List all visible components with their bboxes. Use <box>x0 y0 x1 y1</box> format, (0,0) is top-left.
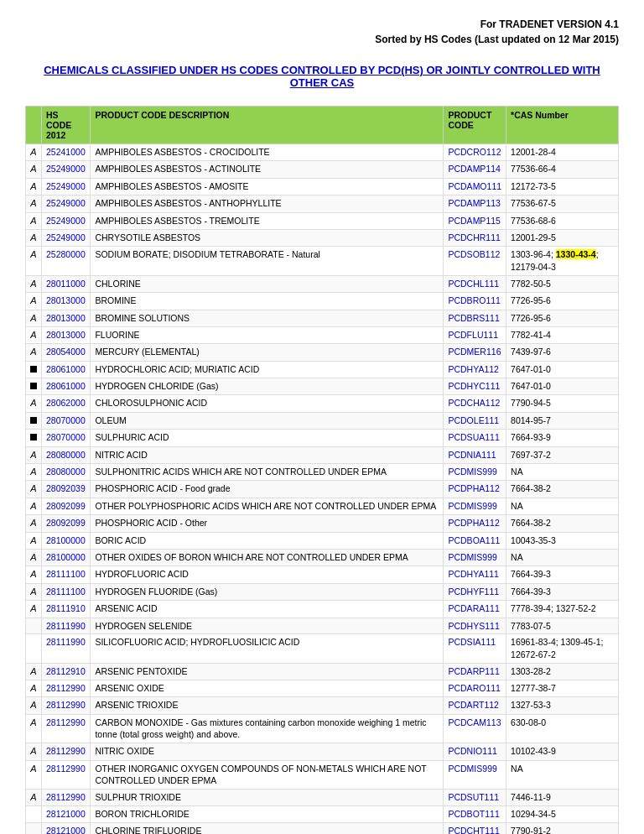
section-title: CHEMICALS CLASSIFIED UNDER HS CODES CONT… <box>25 64 619 89</box>
cell-cas: 7664-38-2 <box>506 481 619 498</box>
cell-hscode[interactable]: 28112990 <box>42 697 91 714</box>
cell-indicator: A <box>26 481 42 498</box>
cell-hscode[interactable]: 28080000 <box>42 464 91 481</box>
cell-indicator: A <box>26 247 42 275</box>
cell-desc: SULPHURIC ACID <box>91 430 444 446</box>
cell-indicator <box>26 361 42 378</box>
cell-desc: OTHER INORGANIC OXYGEN COMPOUNDS OF NON-… <box>91 760 444 789</box>
cell-product: PCDBOT111 <box>444 806 506 823</box>
cell-hscode[interactable]: 28013000 <box>42 326 91 343</box>
cell-hscode[interactable]: 28112990 <box>42 760 91 789</box>
cell-product: PCDOLE111 <box>444 412 506 429</box>
table-row: A28092099OTHER POLYPHOSPHORIC ACIDS WHIC… <box>26 498 619 514</box>
cell-hscode[interactable]: 28112990 <box>42 743 91 760</box>
cell-hscode[interactable]: 28062000 <box>42 395 91 412</box>
cell-hscode[interactable]: 28092099 <box>42 515 91 532</box>
table-row: A25249000AMPHIBOLES ASBESTOS - ANTHOPHYL… <box>26 195 619 212</box>
cell-hscode[interactable]: 28111910 <box>42 601 91 618</box>
cell-hscode[interactable]: 25249000 <box>42 195 91 212</box>
cell-hscode[interactable]: 28112990 <box>42 680 91 696</box>
cell-desc: MERCURY (ELEMENTAL) <box>91 344 444 361</box>
cell-hscode[interactable]: 28061000 <box>42 361 91 378</box>
cell-hscode[interactable]: 28111100 <box>42 583 91 600</box>
table-row: A28054000MERCURY (ELEMENTAL)PCDMER116743… <box>26 344 619 361</box>
header-line2: Sorted by HS Codes (Last updated on 12 M… <box>25 32 619 47</box>
cell-product: PCDHYA111 <box>444 566 506 583</box>
cell-product: PCDSUT111 <box>444 789 506 805</box>
cell-cas: 77536-67-5 <box>506 195 619 212</box>
cell-hscode[interactable]: 28070000 <box>42 430 91 446</box>
cell-hscode[interactable]: 28111990 <box>42 618 91 634</box>
cell-indicator: A <box>26 195 42 212</box>
cell-desc: CHLORINE <box>91 275 444 292</box>
cell-hscode[interactable]: 28100000 <box>42 549 91 566</box>
cell-cas: 10043-35-3 <box>506 532 619 549</box>
cell-indicator: A <box>26 566 42 583</box>
cell-desc: CHLORINE TRIFLUORIDE <box>91 822 444 834</box>
col-header-desc: PRODUCT CODE DESCRIPTION <box>91 107 444 144</box>
table-row: A28062000CHLOROSULPHONIC ACIDPCDCHA11277… <box>26 395 619 412</box>
cell-hscode[interactable]: 28061000 <box>42 378 91 395</box>
cell-hscode[interactable]: 28013000 <box>42 293 91 310</box>
cell-hscode[interactable]: 28111990 <box>42 634 91 663</box>
cell-hscode[interactable]: 28112910 <box>42 663 91 680</box>
cell-hscode[interactable]: 28121000 <box>42 822 91 834</box>
cell-hscode[interactable]: 28054000 <box>42 344 91 361</box>
cell-hscode[interactable]: 25280000 <box>42 247 91 275</box>
cell-cas: 630-08-0 <box>506 714 619 743</box>
table-row: 28070000SULPHURIC ACIDPCDSUA1117664-93-9 <box>26 430 619 446</box>
cell-desc: SILICOFLUORIC ACID; HYDROFLUOSILICIC ACI… <box>91 634 444 663</box>
cell-hscode[interactable]: 25249000 <box>42 212 91 229</box>
cell-product: PCDHYC111 <box>444 378 506 395</box>
cell-hscode[interactable]: 28121000 <box>42 806 91 823</box>
cell-indicator: A <box>26 789 42 805</box>
cell-hscode[interactable]: 28080000 <box>42 446 91 463</box>
cell-desc: SULPHONITRIC ACIDS WHICH ARE NOT CONTROL… <box>91 464 444 481</box>
cell-indicator: A <box>26 395 42 412</box>
cell-desc: OTHER POLYPHOSPHORIC ACIDS WHICH ARE NOT… <box>91 498 444 514</box>
cell-indicator: A <box>26 714 42 743</box>
cell-desc: NITRIC OXIDE <box>91 743 444 760</box>
cell-indicator: A <box>26 161 42 178</box>
table-row: A28092039PHOSPHORIC ACID - Food gradePCD… <box>26 481 619 498</box>
cell-hscode[interactable]: 28011000 <box>42 275 91 292</box>
cell-cas: 7790-91-2 <box>506 822 619 834</box>
cell-hscode[interactable]: 28112990 <box>42 789 91 805</box>
cell-hscode[interactable]: 25249000 <box>42 178 91 195</box>
cell-cas: 16961-83-4; 1309-45-1; 12672-67-2 <box>506 634 619 663</box>
cell-indicator: A <box>26 532 42 549</box>
cell-indicator: A <box>26 344 42 361</box>
cell-desc: ARSENIC ACID <box>91 601 444 618</box>
cell-desc: BORON TRICHLORIDE <box>91 806 444 823</box>
cell-cas: 7647-01-0 <box>506 378 619 395</box>
cell-desc: ARSENIC OXIDE <box>91 680 444 696</box>
cell-indicator: A <box>26 212 42 229</box>
cell-desc: AMPHIBOLES ASBESTOS - ACTINOLITE <box>91 161 444 178</box>
cell-product: PCDCHL111 <box>444 275 506 292</box>
cell-cas: 8014-95-7 <box>506 412 619 429</box>
cell-cas: 7664-93-9 <box>506 430 619 446</box>
cell-indicator: A <box>26 760 42 789</box>
cell-hscode[interactable]: 28100000 <box>42 532 91 549</box>
cell-hscode[interactable]: 25249000 <box>42 161 91 178</box>
cell-cas: 12777-38-7 <box>506 680 619 696</box>
cell-hscode[interactable]: 28070000 <box>42 412 91 429</box>
cell-indicator: A <box>26 515 42 532</box>
table-row: A28111100HYDROFLUORIC ACIDPCDHYA1117664-… <box>26 566 619 583</box>
cell-hscode[interactable]: 28112990 <box>42 714 91 743</box>
cell-desc: AMPHIBOLES ASBESTOS - CROCIDOLITE <box>91 144 444 161</box>
cell-hscode[interactable]: 28092099 <box>42 498 91 514</box>
cell-hscode[interactable]: 28013000 <box>42 310 91 326</box>
cell-desc: OLEUM <box>91 412 444 429</box>
table-row: A28100000OTHER OXIDES OF BORON WHICH ARE… <box>26 549 619 566</box>
cell-cas: 12172-73-5 <box>506 178 619 195</box>
cell-hscode[interactable]: 28111100 <box>42 566 91 583</box>
cell-hscode[interactable]: 28092039 <box>42 481 91 498</box>
cell-desc: BORIC ACID <box>91 532 444 549</box>
cell-hscode[interactable]: 25249000 <box>42 229 91 246</box>
cell-cas: 7664-38-2 <box>506 515 619 532</box>
cell-product: PCDAMP113 <box>444 195 506 212</box>
cell-hscode[interactable]: 25241000 <box>42 144 91 161</box>
cell-desc: BROMINE SOLUTIONS <box>91 310 444 326</box>
table-row: A25249000AMPHIBOLES ASBESTOS - ACTINOLIT… <box>26 161 619 178</box>
